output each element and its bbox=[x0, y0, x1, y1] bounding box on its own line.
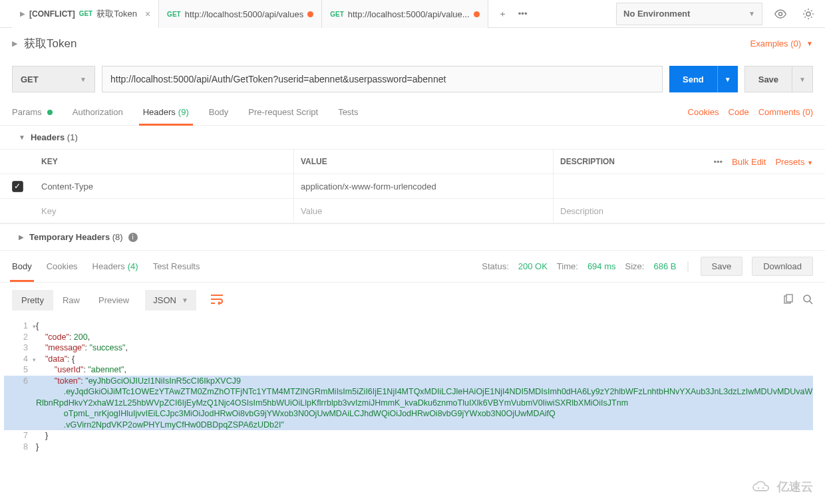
presets-dropdown[interactable]: Presets ▼ bbox=[775, 157, 813, 167]
tab-label: Body bbox=[12, 261, 32, 271]
info-icon[interactable]: i bbox=[128, 233, 138, 242]
bulk-edit-link[interactable]: Bulk Edit bbox=[732, 157, 766, 167]
watermark: 亿速云 bbox=[750, 479, 813, 495]
status-value: 200 OK bbox=[518, 261, 548, 271]
settings-button[interactable] bbox=[798, 4, 818, 24]
format-preview[interactable]: Preview bbox=[89, 290, 138, 311]
link-code[interactable]: Code bbox=[729, 107, 749, 117]
tab-title: http://localhost:5000/api/values bbox=[185, 9, 304, 19]
response-tab-tests[interactable]: Test Results bbox=[153, 251, 200, 282]
time-value: 694 ms bbox=[587, 261, 616, 271]
tab-authorization[interactable]: Authorization bbox=[73, 99, 123, 125]
method-label: GET bbox=[330, 11, 344, 18]
save-button[interactable]: Save ▼ bbox=[744, 66, 813, 92]
header-key-input[interactable]: Key bbox=[35, 199, 294, 223]
tab-actions: ＋ ••• bbox=[488, 0, 538, 27]
body-toolbar: Pretty Raw Preview JSON ▼ bbox=[0, 283, 825, 318]
chevron-down-icon: ▼ bbox=[19, 134, 25, 141]
save-response-button[interactable]: Save bbox=[701, 257, 743, 276]
unsaved-dot-icon bbox=[307, 11, 313, 17]
col-key: KEY bbox=[35, 150, 294, 174]
chevron-down-icon: ▼ bbox=[182, 297, 188, 304]
environment-preview-button[interactable] bbox=[770, 4, 790, 24]
header-desc-input[interactable]: Description bbox=[554, 199, 825, 223]
send-dropdown-arrow[interactable]: ▼ bbox=[717, 66, 738, 92]
tab-count: (4) bbox=[128, 261, 138, 271]
chevron-down-icon: ▼ bbox=[799, 76, 806, 83]
temp-headers-title: Temporary Headers bbox=[29, 232, 110, 242]
copy-response-button[interactable] bbox=[782, 294, 793, 307]
col-value: VALUE bbox=[294, 150, 554, 174]
tab-1[interactable]: ▶ [CONFLICT] GET 获取Token × bbox=[12, 0, 159, 28]
headers-table-head: KEY VALUE DESCRIPTION ••• Bulk Edit Pres… bbox=[0, 150, 825, 174]
tab-label: Pre-request Script bbox=[248, 107, 318, 117]
request-title: 获取Token bbox=[24, 36, 77, 51]
save-dropdown-arrow[interactable]: ▼ bbox=[792, 66, 812, 92]
tab-body[interactable]: Body bbox=[209, 99, 229, 125]
more-tabs-button[interactable]: ••• bbox=[514, 5, 532, 23]
header-value-input[interactable]: Value bbox=[294, 199, 554, 223]
status-label: Status: bbox=[482, 261, 508, 271]
chevron-right-icon: ▶ bbox=[19, 233, 24, 241]
response-body[interactable]: 1▾{ 2 "code": 200, 3 "message": "success… bbox=[0, 318, 825, 455]
link-cookies[interactable]: Cookies bbox=[688, 107, 719, 117]
response-tab-cookies[interactable]: Cookies bbox=[47, 251, 78, 282]
url-input[interactable]: http://localhost:5000/api/Auth/GetToken?… bbox=[102, 66, 663, 92]
tab-params[interactable]: Params bbox=[12, 99, 53, 125]
format-type-selector[interactable]: JSON ▼ bbox=[145, 290, 196, 311]
tab-label: Headers bbox=[92, 261, 125, 271]
tab-headers[interactable]: Headers (9) bbox=[143, 99, 189, 125]
tab-tests[interactable]: Tests bbox=[338, 99, 358, 125]
more-actions-icon[interactable]: ••• bbox=[713, 157, 723, 167]
header-value[interactable]: application/x-www-form-urlencoded bbox=[294, 174, 554, 198]
send-button[interactable]: Send ▼ bbox=[669, 66, 738, 92]
time-label: Time: bbox=[557, 261, 578, 271]
header-row-empty[interactable]: Key Value Description bbox=[0, 199, 825, 223]
tab-2[interactable]: GET http://localhost:5000/api/values bbox=[159, 0, 322, 28]
headers-section-toggle[interactable]: ▼ Headers (1) bbox=[0, 126, 825, 149]
format-raw[interactable]: Raw bbox=[53, 290, 89, 311]
tab-label: Params bbox=[12, 107, 42, 117]
chevron-down-icon: ▼ bbox=[748, 10, 755, 17]
request-tabs: Params Authorization Headers (9) Body Pr… bbox=[0, 99, 825, 126]
svg-rect-3 bbox=[786, 295, 792, 302]
headers-table: KEY VALUE DESCRIPTION ••• Bulk Edit Pres… bbox=[0, 149, 825, 224]
format-pretty[interactable]: Pretty bbox=[12, 290, 53, 311]
tab-prerequest[interactable]: Pre-request Script bbox=[248, 99, 318, 125]
send-label: Send bbox=[669, 74, 717, 84]
top-bar: ▶ [CONFLICT] GET 获取Token × GET http://lo… bbox=[0, 0, 825, 28]
header-description[interactable] bbox=[554, 174, 825, 198]
response-tab-headers[interactable]: Headers (4) bbox=[92, 251, 138, 282]
method-selector[interactable]: GET ▼ bbox=[12, 66, 95, 92]
new-tab-button[interactable]: ＋ bbox=[494, 5, 512, 23]
top-right-controls: No Environment ▼ bbox=[616, 0, 825, 27]
search-response-button[interactable] bbox=[802, 294, 813, 307]
svg-point-0 bbox=[779, 12, 782, 15]
gear-icon bbox=[802, 8, 814, 20]
eye-icon bbox=[774, 9, 787, 19]
tab-count: (9) bbox=[178, 107, 189, 117]
size-label: Size: bbox=[625, 261, 645, 271]
method-value: GET bbox=[21, 74, 39, 84]
download-response-button[interactable]: Download bbox=[752, 257, 813, 276]
row-checkbox[interactable]: ✓ bbox=[12, 181, 23, 192]
temp-headers-count: (8) bbox=[112, 232, 123, 242]
wrap-toggle-button[interactable] bbox=[203, 289, 231, 311]
link-comments[interactable]: Comments (0) bbox=[758, 107, 813, 117]
header-row[interactable]: ✓ Content-Type application/x-www-form-ur… bbox=[0, 174, 825, 199]
format-type-label: JSON bbox=[153, 295, 176, 305]
environment-selector[interactable]: No Environment ▼ bbox=[616, 3, 762, 25]
tab-label: Cookies bbox=[47, 261, 78, 271]
tab-label: Headers bbox=[143, 107, 176, 117]
tab-3[interactable]: GET http://localhost:5000/api/value... bbox=[322, 0, 488, 28]
temporary-headers-toggle[interactable]: ▶ Temporary Headers (8) i bbox=[0, 224, 825, 251]
chevron-down-icon: ▼ bbox=[807, 160, 813, 166]
close-icon[interactable]: × bbox=[145, 9, 150, 19]
url-value: http://localhost:5000/api/Auth/GetToken?… bbox=[110, 74, 446, 84]
chevron-right-icon[interactable]: ▶ bbox=[12, 39, 17, 48]
examples-dropdown[interactable]: Examples (0) ▼ bbox=[750, 39, 813, 49]
wrap-icon bbox=[210, 293, 224, 305]
header-key[interactable]: Content-Type bbox=[35, 174, 294, 198]
response-tab-body[interactable]: Body bbox=[12, 251, 32, 282]
search-icon bbox=[802, 294, 813, 305]
